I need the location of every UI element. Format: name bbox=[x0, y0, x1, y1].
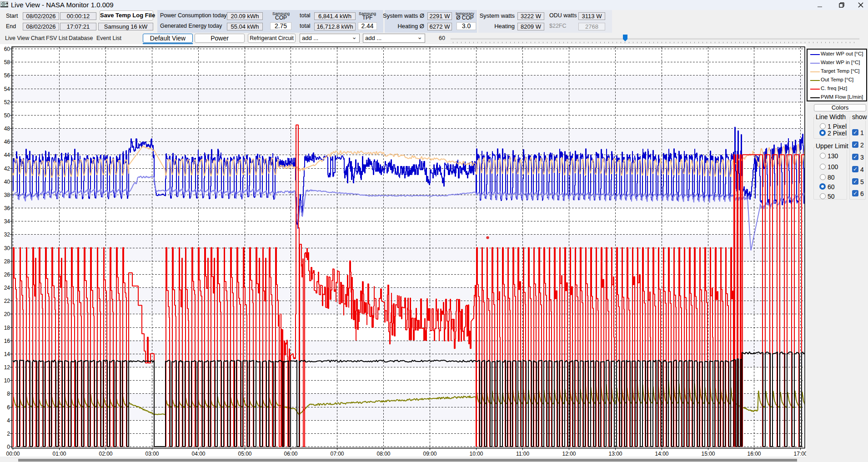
svg-text:40: 40 bbox=[4, 179, 10, 185]
svg-text:28: 28 bbox=[4, 258, 10, 265]
svg-text:8: 8 bbox=[7, 391, 10, 397]
svg-text:03:00: 03:00 bbox=[145, 451, 159, 457]
svg-text:04:00: 04:00 bbox=[191, 451, 205, 457]
svg-text:05:00: 05:00 bbox=[238, 451, 251, 457]
svg-text:34: 34 bbox=[4, 218, 10, 225]
svg-text:09:00: 09:00 bbox=[423, 451, 437, 457]
svg-text:16:00: 16:00 bbox=[747, 451, 761, 457]
svg-text:42: 42 bbox=[4, 166, 10, 172]
svg-text:15:00: 15:00 bbox=[701, 451, 715, 457]
svg-text:46: 46 bbox=[4, 139, 10, 145]
svg-text:17:00: 17:00 bbox=[793, 451, 806, 457]
svg-text:52: 52 bbox=[4, 99, 10, 105]
svg-text:56: 56 bbox=[4, 72, 10, 79]
svg-text:07:00: 07:00 bbox=[330, 451, 344, 457]
svg-text:16: 16 bbox=[4, 338, 10, 344]
svg-text:13:00: 13:00 bbox=[608, 451, 622, 457]
svg-text:26: 26 bbox=[4, 271, 10, 278]
svg-text:01:00: 01:00 bbox=[52, 451, 66, 457]
svg-text:12:00: 12:00 bbox=[562, 451, 576, 457]
svg-text:12: 12 bbox=[4, 364, 10, 371]
svg-text:11:00: 11:00 bbox=[516, 451, 529, 457]
svg-text:24: 24 bbox=[4, 285, 10, 291]
svg-text:10: 10 bbox=[4, 377, 10, 384]
svg-text:00:00: 00:00 bbox=[6, 451, 20, 457]
svg-text:50: 50 bbox=[4, 112, 10, 119]
svg-text:54: 54 bbox=[4, 86, 10, 92]
svg-text:60: 60 bbox=[4, 46, 10, 52]
svg-text:38: 38 bbox=[4, 192, 10, 198]
svg-text:22: 22 bbox=[4, 298, 10, 304]
svg-text:32: 32 bbox=[4, 231, 10, 238]
svg-text:48: 48 bbox=[4, 126, 10, 132]
svg-text:06:00: 06:00 bbox=[284, 451, 297, 457]
svg-text:44: 44 bbox=[4, 152, 10, 158]
svg-text:6: 6 bbox=[7, 404, 10, 411]
svg-text:2: 2 bbox=[7, 431, 10, 437]
svg-text:30: 30 bbox=[4, 245, 10, 251]
svg-text:14: 14 bbox=[4, 351, 10, 357]
svg-text:4: 4 bbox=[7, 417, 10, 424]
svg-text:10:00: 10:00 bbox=[469, 451, 483, 457]
svg-text:58: 58 bbox=[4, 59, 10, 65]
svg-text:02:00: 02:00 bbox=[99, 451, 112, 457]
svg-text:36: 36 bbox=[4, 205, 10, 211]
svg-text:08:00: 08:00 bbox=[376, 451, 390, 457]
svg-text:20: 20 bbox=[4, 311, 10, 317]
svg-text:14:00: 14:00 bbox=[655, 451, 668, 457]
svg-text:18: 18 bbox=[4, 325, 10, 331]
svg-text:0: 0 bbox=[7, 444, 10, 450]
